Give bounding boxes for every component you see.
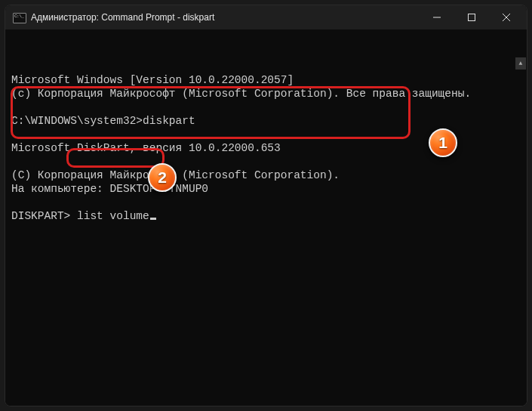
console-prompt: C:\WINDOWS\system32>: [11, 115, 143, 127]
diskpart-prompt: DISKPART>: [11, 210, 77, 222]
titlebar[interactable]: Администратор: Command Prompt - diskpart: [5, 5, 527, 29]
console-line: Microsoft DiskPart, версия 10.0.22000.65…: [11, 142, 281, 154]
scroll-up-icon[interactable]: ▲: [515, 57, 526, 70]
console-line: На компьютере: DESKTOP-VTNMUP0: [11, 183, 208, 195]
cmd-icon: [13, 12, 25, 23]
minimize-button[interactable]: [420, 5, 454, 29]
console-line: Microsoft Windows [Version 10.0.22000.20…: [11, 74, 294, 86]
close-button[interactable]: [489, 5, 524, 29]
console-command: diskpart: [143, 115, 195, 127]
console-line: (C) Корпорация Майкрософт (Microsoft Cor…: [11, 169, 340, 181]
command-prompt-window: Администратор: Command Prompt - diskpart…: [5, 5, 527, 406]
svg-rect-1: [469, 14, 475, 21]
scrollbar[interactable]: ▲: [515, 30, 526, 406]
maximize-button[interactable]: [454, 5, 489, 29]
diskpart-input[interactable]: list volume: [77, 210, 149, 222]
cursor-icon: [150, 218, 156, 220]
console-line: (c) Корпорация Майкрософт (Microsoft Cor…: [11, 88, 471, 100]
window-title: Администратор: Command Prompt - diskpart: [31, 12, 420, 23]
console-area[interactable]: Microsoft Windows [Version 10.0.22000.20…: [5, 29, 527, 406]
